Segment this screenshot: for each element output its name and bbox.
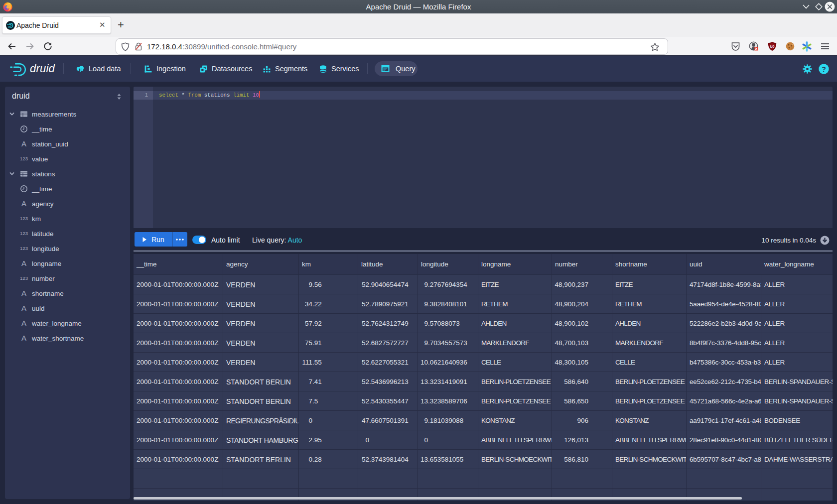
svg-text:?: ? (822, 65, 826, 73)
svg-text:U0: U0 (770, 45, 775, 48)
